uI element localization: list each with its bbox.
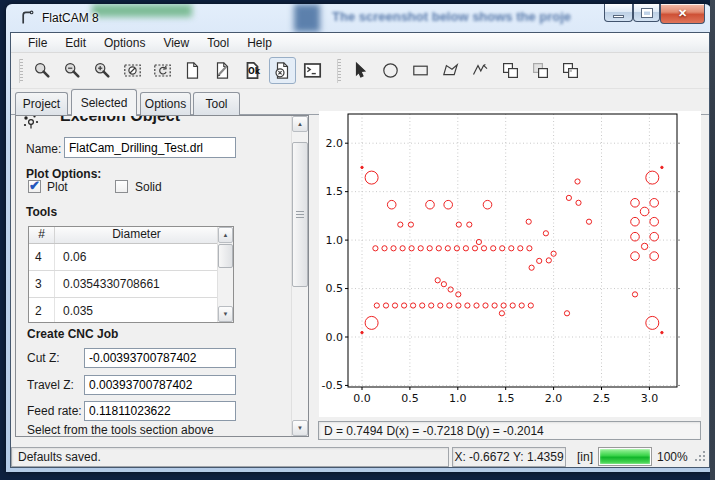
drill-hole-marker [509, 246, 514, 251]
new-file-button[interactable] [179, 57, 206, 84]
minimize-button[interactable] [604, 4, 633, 22]
drill-hole-marker [387, 200, 396, 209]
menu-options[interactable]: Options [95, 34, 154, 52]
drill-hole-marker [500, 246, 505, 251]
pointer-button[interactable] [347, 57, 374, 84]
drill-hole-marker [391, 246, 396, 251]
scroll-down-icon[interactable]: ▼ [218, 306, 233, 322]
units-label: [in] [577, 450, 593, 464]
title-bar[interactable]: The screenshot below shows the proje Fla… [6, 4, 711, 32]
clear-plot-icon [123, 61, 142, 80]
feed-rate-input[interactable] [84, 401, 236, 421]
drill-plot[interactable]: 0.00.51.01.52.02.53.0-0.50.00.51.01.52.0 [319, 111, 701, 417]
menu-help[interactable]: Help [238, 34, 281, 52]
drill-hole-marker [650, 232, 659, 241]
cursor-coordinates-box: X: -0.6672 Y: 1.4359 [452, 447, 566, 467]
subtract-tool-button[interactable] [527, 57, 554, 84]
plot-canvas[interactable]: 0.00.51.01.52.02.53.0-0.50.00.51.01.52.0 [319, 111, 701, 417]
drill-hole-marker [492, 303, 497, 308]
menu-tool[interactable]: Tool [198, 34, 238, 52]
delete-file-icon [273, 61, 292, 80]
zoom-out-icon [63, 61, 82, 80]
clear-plot-button[interactable] [119, 57, 146, 84]
drill-hole-marker [481, 246, 486, 251]
svg-text:0.0: 0.0 [353, 392, 371, 405]
scroll-up-icon[interactable]: ▲ [218, 227, 233, 243]
resize-grip[interactable] [693, 449, 707, 463]
pointer-icon [351, 61, 370, 80]
zoom-in-button[interactable] [89, 57, 116, 84]
drill-hole-marker [426, 200, 435, 209]
drill-hole-marker [650, 199, 659, 208]
polygon-tool-icon [441, 61, 460, 80]
toolbar-drag-handle[interactable] [19, 59, 23, 83]
zoom-fit-button[interactable] [29, 57, 56, 84]
drill-hole-marker [402, 303, 407, 308]
tools-table: # Diameter 40.0630.035433070866120.035 ▲… [28, 226, 234, 323]
window-title: FlatCAM 8 [42, 11, 99, 25]
ok-file-button[interactable]: Ok [239, 57, 266, 84]
tab-selected[interactable]: Selected [71, 89, 137, 116]
solid-checkbox-label: Solid [135, 180, 162, 194]
tools-table-scrollbar[interactable]: ▲ ▼ [217, 227, 233, 322]
drill-hole-marker [427, 246, 432, 251]
intersect-tool-button[interactable] [557, 57, 584, 84]
circle-tool-button[interactable] [377, 57, 404, 84]
toolbar-drag-handle[interactable] [337, 59, 341, 83]
union-tool-icon [501, 61, 520, 80]
client-area: FileEditOptionsViewToolHelp Ok ProjectSe… [10, 32, 710, 468]
drill-hole-marker [537, 258, 542, 263]
menu-view[interactable]: View [154, 34, 198, 52]
name-input[interactable] [64, 137, 236, 158]
scroll-thumb[interactable] [292, 142, 308, 287]
intersect-tool-icon [561, 61, 580, 80]
cut-z-input[interactable] [84, 348, 236, 368]
edit-file-button[interactable] [209, 57, 236, 84]
drill-hole-marker [361, 331, 363, 333]
polyline-tool-button[interactable] [467, 57, 494, 84]
scroll-thumb[interactable] [218, 244, 233, 268]
union-tool-button[interactable] [497, 57, 524, 84]
drill-hole-marker [641, 243, 647, 249]
close-button[interactable]: ✕ [660, 4, 705, 24]
replot-button[interactable] [149, 57, 176, 84]
scroll-up-icon[interactable]: ▲ [292, 116, 308, 132]
rect-tool-button[interactable] [407, 57, 434, 84]
panel-heading: Excellon Object [60, 116, 180, 125]
menu-edit[interactable]: Edit [56, 34, 95, 52]
circle-tool-icon [381, 61, 400, 80]
tool-row[interactable]: 30.0354330708661 [29, 271, 233, 298]
travel-z-label: Travel Z: [27, 378, 74, 392]
tool-row[interactable]: 40.06 [29, 244, 233, 271]
shell-button[interactable] [299, 57, 326, 84]
plot-checkbox[interactable] [28, 180, 41, 193]
menu-file[interactable]: File [19, 34, 56, 52]
scroll-down-icon[interactable]: ▼ [292, 420, 308, 436]
tab-tool[interactable]: Tool [193, 92, 240, 115]
excellon-object-icon [22, 116, 40, 131]
polyline-tool-icon [471, 61, 490, 80]
cnc-hint: Select from the tools section above [27, 423, 214, 437]
selected-panel: Excellon Object Name: Plot Options: Plot… [15, 115, 309, 437]
rect-tool-icon [411, 61, 430, 80]
travel-z-input[interactable] [84, 375, 236, 395]
tab-options[interactable]: Options [140, 92, 191, 115]
zoom-out-button[interactable] [59, 57, 86, 84]
drill-hole-marker [365, 171, 378, 184]
panel-scrollbar[interactable]: ▲ ▼ [291, 116, 308, 436]
tab-project[interactable]: Project [15, 92, 68, 115]
drill-hole-marker [631, 217, 640, 226]
maximize-button[interactable] [633, 4, 660, 22]
svg-text:2.0: 2.0 [545, 392, 563, 405]
delete-file-button[interactable] [269, 57, 296, 84]
progress-percent: 100% [657, 450, 688, 464]
drill-hole-marker [373, 246, 378, 251]
svg-text:1.5: 1.5 [326, 185, 344, 198]
menu-bar: FileEditOptionsViewToolHelp [11, 33, 709, 53]
svg-text:1.0: 1.0 [326, 234, 344, 247]
cursor-coordinates: X: -0.6672 Y: 1.4359 [454, 450, 563, 464]
solid-checkbox[interactable] [115, 180, 128, 193]
polygon-tool-button[interactable] [437, 57, 464, 84]
drill-hole-marker [575, 179, 580, 184]
tool-row[interactable]: 20.035 [29, 298, 233, 323]
